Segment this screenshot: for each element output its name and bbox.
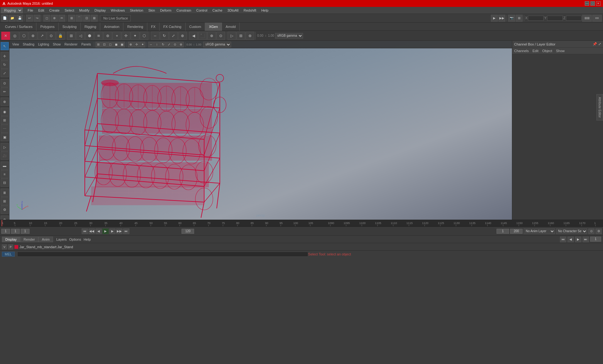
- camera-btn[interactable]: 📷: [508, 15, 515, 22]
- channel-box-pin[interactable]: 📌: [593, 42, 597, 46]
- maximize-button[interactable]: □: [590, 1, 595, 6]
- menu-skeleton[interactable]: Skeleton: [127, 8, 146, 13]
- frame-box-input[interactable]: [21, 229, 30, 234]
- icon-strip-btn-1[interactable]: ✕: [1, 32, 10, 40]
- extra-btn-2[interactable]: ≡≡: [592, 15, 602, 22]
- icon-strip-btn-6[interactable]: ⊙: [47, 32, 56, 40]
- render-seq-btn[interactable]: ▶▶: [498, 15, 505, 22]
- no-anim-layer-dropdown[interactable]: No Anim Layer: [524, 228, 555, 234]
- icon-strip-rotate[interactable]: ↻: [160, 32, 169, 40]
- vp-show-menu[interactable]: Show: [51, 42, 62, 46]
- minimize-button[interactable]: —: [585, 1, 589, 6]
- cb-tab-show[interactable]: Show: [556, 49, 565, 53]
- icon-strip-scale[interactable]: ⤢: [169, 32, 178, 40]
- soft-select-btn[interactable]: ⊙: [1, 79, 9, 87]
- icon-strip-btn-11[interactable]: ≋: [94, 32, 103, 40]
- help-menu[interactable]: Help: [84, 238, 91, 241]
- prev-frame-btn[interactable]: ◀: [95, 228, 102, 234]
- channel-box-resize[interactable]: ⤢: [598, 42, 601, 46]
- tab-polygons[interactable]: Polygons: [36, 23, 58, 31]
- live-surface-button[interactable]: No Live Surface: [100, 15, 131, 21]
- go-end-btn[interactable]: ⏭: [123, 228, 129, 234]
- title-bar-controls[interactable]: — □ ✕: [585, 1, 600, 6]
- command-input[interactable]: [17, 252, 308, 257]
- menu-edit[interactable]: Edit: [36, 8, 47, 13]
- vp-t2[interactable]: ↕: [154, 42, 160, 47]
- menu-skin[interactable]: Skin: [146, 8, 157, 13]
- attribute-editor-tab[interactable]: Attribute Editor: [596, 94, 603, 120]
- icon-strip-17[interactable]: ◀: [189, 32, 198, 40]
- menu-select[interactable]: Select: [62, 8, 77, 13]
- layer-tab-anim[interactable]: Anim: [38, 237, 53, 242]
- snap-edge-btn[interactable]: ⋯: [1, 125, 9, 133]
- cb-tab-edit[interactable]: Edit: [532, 49, 538, 53]
- tab-curves-surfaces[interactable]: Curves / Surfaces: [1, 23, 36, 31]
- show-manip-btn[interactable]: ⊕: [1, 98, 9, 106]
- open-file-btn[interactable]: 📁: [9, 15, 16, 22]
- new-file-btn[interactable]: 📄: [1, 15, 8, 22]
- icon-strip-btn-10[interactable]: ⬢: [85, 32, 94, 40]
- vp-view-menu[interactable]: View: [11, 42, 21, 46]
- tab-rigging[interactable]: Rigging: [81, 23, 100, 31]
- layout-btn-2[interactable]: ≡: [1, 170, 9, 178]
- layer-tab-render[interactable]: Render: [20, 237, 38, 242]
- end-frame-input[interactable]: [182, 229, 194, 234]
- range-start-input[interactable]: [497, 229, 509, 234]
- icon-strip-btn-3[interactable]: ⬡: [19, 32, 28, 40]
- attr-editor-btn[interactable]: ⊞: [1, 197, 9, 205]
- tab-custom[interactable]: Custom: [186, 23, 205, 31]
- layer-visibility-btn[interactable]: V: [2, 244, 7, 249]
- select-tool-btn[interactable]: ↖: [1, 42, 9, 50]
- menu-constrain[interactable]: Constrain: [174, 8, 194, 13]
- z-input[interactable]: [566, 16, 582, 21]
- settings-icon[interactable]: ⚙: [595, 228, 602, 234]
- cb-tab-channels[interactable]: Channels: [514, 49, 529, 53]
- vp-extra-1[interactable]: ⊕: [128, 42, 133, 47]
- snap-view-btn[interactable]: ⊠: [91, 15, 98, 22]
- char-set-icon[interactable]: ⊙: [588, 228, 595, 234]
- tab-arnold[interactable]: Arnold: [222, 23, 240, 31]
- vp-panels-menu[interactable]: Panels: [80, 42, 93, 46]
- icon-strip-18[interactable]: ⬛: [198, 32, 207, 40]
- vp-colorspace-dropdown[interactable]: sRGB gamma: [203, 42, 231, 47]
- menu-windows[interactable]: Windows: [108, 8, 128, 13]
- mel-button[interactable]: MEL: [2, 252, 15, 257]
- vp-smooth2-btn[interactable]: ▣: [119, 42, 125, 47]
- snap-vertex-btn[interactable]: ◉: [1, 108, 9, 116]
- snap-curve-btn[interactable]: ⌒: [76, 15, 83, 22]
- go-start-btn[interactable]: ⏮: [82, 228, 88, 234]
- range-end-input[interactable]: [510, 229, 523, 234]
- icon-strip-btn-13[interactable]: ⌖: [112, 32, 121, 40]
- tab-sculpting[interactable]: Sculpting: [59, 23, 81, 31]
- snap-grid-btn[interactable]: ⊞: [68, 15, 75, 22]
- prev-key-btn[interactable]: ◀◀: [89, 228, 95, 234]
- cb-tab-object[interactable]: Object: [542, 49, 552, 53]
- menu-cache[interactable]: Cache: [210, 8, 225, 13]
- frame-start-input[interactable]: [1, 229, 10, 234]
- layer-nav-4[interactable]: ⏭: [583, 237, 589, 242]
- channel-box-btn[interactable]: ≣: [1, 189, 9, 197]
- mode-dropdown[interactable]: Rigging: [1, 8, 23, 13]
- no-char-set-dropdown[interactable]: No Character Set: [556, 228, 587, 234]
- menu-redshift[interactable]: Redshift: [241, 8, 259, 13]
- icon-strip-22[interactable]: ⊞: [236, 32, 245, 40]
- y-input[interactable]: [547, 16, 563, 21]
- options-menu[interactable]: Options: [69, 238, 81, 241]
- layer-color-swatch[interactable]: [14, 245, 18, 249]
- vp-lighting-menu[interactable]: Lighting: [36, 42, 51, 46]
- tool-settings-btn[interactable]: ⚙: [1, 206, 9, 214]
- icon-strip-btn-14[interactable]: ✢: [122, 32, 130, 40]
- play-fwd-btn[interactable]: ▶: [102, 228, 109, 234]
- icon-strip-20[interactable]: ⊙: [216, 32, 225, 40]
- layer-nav-2[interactable]: ◀: [568, 237, 574, 242]
- menu-modify[interactable]: Modify: [77, 8, 92, 13]
- tab-animation[interactable]: Animation: [100, 23, 123, 31]
- icon-strip-btn-5[interactable]: ↗: [38, 32, 46, 40]
- select-btn[interactable]: ◻: [43, 15, 50, 22]
- layer-playback-btn[interactable]: P: [8, 244, 13, 249]
- vp-t6[interactable]: ⊛: [178, 42, 184, 47]
- save-file-btn[interactable]: 💾: [16, 15, 23, 22]
- paint-btn-left[interactable]: ✏: [1, 88, 9, 96]
- move-tool-btn[interactable]: ✛: [1, 52, 9, 60]
- redo-btn[interactable]: ↪: [34, 15, 41, 22]
